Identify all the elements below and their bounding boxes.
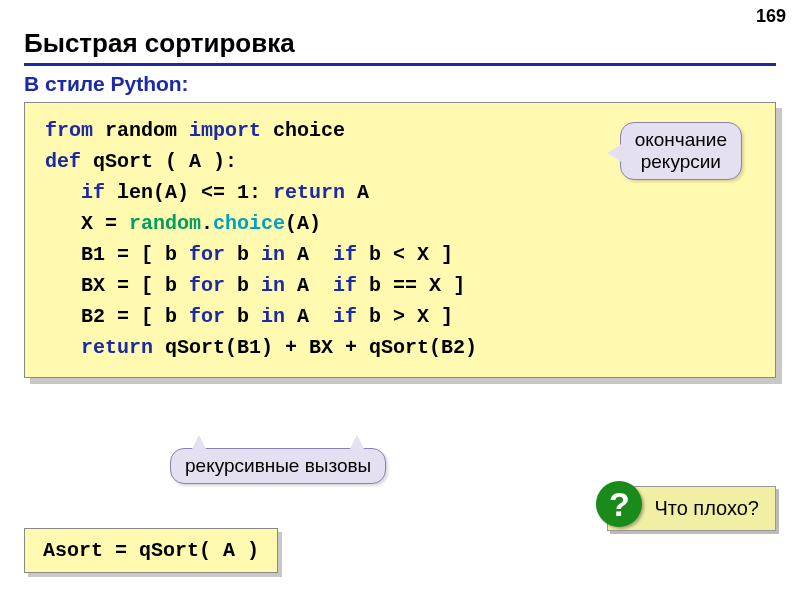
callout-end-recursion: окончание рекурсии xyxy=(620,122,742,180)
slide-title: Быстрая сортировка xyxy=(0,0,800,63)
asort-block: Asort = qSort( A ) xyxy=(24,528,278,573)
question-box: ? Что плохо? xyxy=(607,486,776,531)
code-block: from random import choice def qSort ( A … xyxy=(24,102,776,378)
kw-return2: return xyxy=(81,336,153,359)
title-rule xyxy=(24,63,776,66)
subtitle: В стиле Python: xyxy=(0,72,800,102)
callout-recursive-calls: рекурсивные вызовы xyxy=(170,448,386,484)
question-mark-icon: ? xyxy=(596,481,642,527)
kw-import: import xyxy=(189,119,261,142)
question-text: Что плохо? xyxy=(654,497,759,519)
page-number: 169 xyxy=(756,6,786,27)
kw-from: from xyxy=(45,119,93,142)
lib-random: random xyxy=(129,212,201,235)
fn-choice: choice xyxy=(213,212,285,235)
kw-if: if xyxy=(81,181,105,204)
kw-return: return xyxy=(273,181,345,204)
kw-def: def xyxy=(45,150,81,173)
